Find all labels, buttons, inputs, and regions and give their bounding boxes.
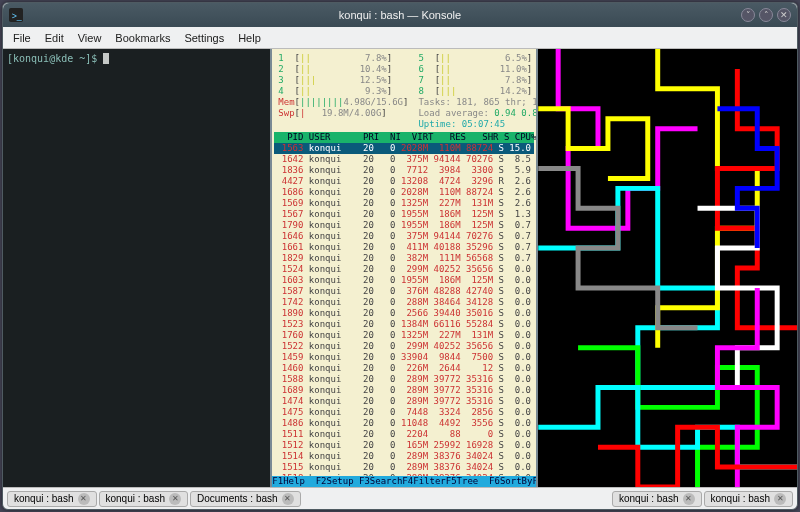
- process-row[interactable]: 1829 konqui 20 0 382M 111M 56568 S 0.7 0…: [274, 253, 533, 264]
- maximize-button[interactable]: ˄: [759, 8, 773, 22]
- tab-close-icon[interactable]: ✕: [169, 493, 181, 505]
- tabstrip-left: konqui : bash✕konqui : bash✕Documents : …: [7, 491, 301, 507]
- titlebar[interactable]: >_ konqui : bash — Konsole ˅ ˄ ✕: [3, 3, 797, 27]
- tab-close-icon[interactable]: ✕: [774, 493, 786, 505]
- konsole-window: >_ konqui : bash — Konsole ˅ ˄ ✕ File Ed…: [2, 2, 798, 510]
- tab-close-icon[interactable]: ✕: [683, 493, 695, 505]
- process-row[interactable]: 1588 konqui 20 0 289M 39772 35316 S 0.0 …: [274, 374, 533, 385]
- tab[interactable]: konqui : bash✕: [704, 491, 794, 507]
- process-row[interactable]: 1836 konqui 20 0 7712 3984 3300 S 5.9 3.…: [274, 165, 533, 176]
- process-row[interactable]: 1563 konqui 20 0 2028M 110M 88724 S 15.0…: [274, 143, 533, 154]
- process-row[interactable]: 1459 konqui 20 0 33904 9844 7500 S 0.0 0…: [274, 352, 533, 363]
- tab-label: konqui : bash: [619, 493, 679, 504]
- tab[interactable]: konqui : bash✕: [99, 491, 189, 507]
- terminal-pane-shell[interactable]: [konqui@kde ~]$: [3, 49, 270, 487]
- shell-prompt: [konqui@kde ~]$: [7, 53, 103, 64]
- process-row[interactable]: 1790 konqui 20 0 1955M 186M 125M S 0.7 1…: [274, 220, 533, 231]
- process-row[interactable]: 1603 konqui 20 0 1955M 186M 125M S 0.0 1…: [274, 275, 533, 286]
- process-row[interactable]: 1686 konqui 20 0 2028M 110M 88724 S 2.6 …: [274, 187, 533, 198]
- svg-text:>_: >_: [12, 11, 22, 21]
- process-row[interactable]: 1511 konqui 20 0 2204 88 0 S 0.0 0.0 0: [274, 429, 533, 440]
- process-row[interactable]: 1646 konqui 20 0 375M 94144 70276 S 0.7 …: [274, 231, 533, 242]
- shell-cursor: [103, 53, 109, 64]
- tab[interactable]: Documents : bash✕: [190, 491, 301, 507]
- tab-label: konqui : bash: [106, 493, 166, 504]
- process-row[interactable]: 1475 konqui 20 0 7448 3324 2856 S 0.0 0.…: [274, 407, 533, 418]
- process-row[interactable]: 1523 konqui 20 0 1384M 66116 55284 S 0.0…: [274, 319, 533, 330]
- process-row[interactable]: 1512 konqui 20 0 165M 25992 16928 S 0.0 …: [274, 440, 533, 451]
- app-icon: >_: [9, 8, 23, 22]
- menu-file[interactable]: File: [13, 32, 31, 44]
- process-row[interactable]: 1587 konqui 20 0 376M 48288 42740 S 0.0 …: [274, 286, 533, 297]
- htop-header: PID USER PRI NI VIRT RES SHR S CPU% MEM%: [274, 132, 533, 143]
- htop-meters: 1 [|| 7.8%]2 [|| 10.4%]3 [||| 12.5%]4 [|…: [274, 51, 533, 132]
- terminal-pane-pipes[interactable]: [536, 49, 797, 487]
- window-title: konqui : bash — Konsole: [339, 9, 461, 21]
- bottombar: konqui : bash✕konqui : bash✕Documents : …: [3, 487, 797, 509]
- tab-label: konqui : bash: [14, 493, 74, 504]
- tab-label: konqui : bash: [711, 493, 771, 504]
- htop-process-list[interactable]: 1563 konqui 20 0 2028M 110M 88724 S 15.0…: [274, 143, 533, 487]
- tab[interactable]: konqui : bash✕: [612, 491, 702, 507]
- process-row[interactable]: 1522 konqui 20 0 299M 40252 35656 S 0.0 …: [274, 341, 533, 352]
- tab[interactable]: konqui : bash✕: [7, 491, 97, 507]
- menu-bookmarks[interactable]: Bookmarks: [115, 32, 170, 44]
- menubar: File Edit View Bookmarks Settings Help: [3, 27, 797, 49]
- process-row[interactable]: 1890 konqui 20 0 2566 39440 35016 S 0.0 …: [274, 308, 533, 319]
- process-row[interactable]: 1569 konqui 20 0 1325M 227M 131M S 2.6 1…: [274, 198, 533, 209]
- terminal-pane-htop[interactable]: 1 [|| 7.8%]2 [|| 10.4%]3 [||| 12.5%]4 [|…: [270, 49, 535, 487]
- tab-close-icon[interactable]: ✕: [282, 493, 294, 505]
- tab-close-icon[interactable]: ✕: [78, 493, 90, 505]
- minimize-button[interactable]: ˅: [741, 8, 755, 22]
- menu-settings[interactable]: Settings: [184, 32, 224, 44]
- process-row[interactable]: 1742 konqui 20 0 288M 38464 34128 S 0.0 …: [274, 297, 533, 308]
- menu-view[interactable]: View: [78, 32, 102, 44]
- process-row[interactable]: 1514 konqui 20 0 289M 38376 34024 S 0.0 …: [274, 451, 533, 462]
- process-row[interactable]: 1524 konqui 20 0 299M 40252 35656 S 0.0 …: [274, 264, 533, 275]
- htop-fkeys[interactable]: F1Help F2Setup F3SearchF4FilterF5Tree F6…: [272, 476, 535, 487]
- process-row[interactable]: 1661 konqui 20 0 411M 40188 35296 S 0.7 …: [274, 242, 533, 253]
- menu-help[interactable]: Help: [238, 32, 261, 44]
- tabstrip-right: konqui : bash✕konqui : bash✕: [612, 491, 793, 507]
- process-row[interactable]: 1515 konqui 20 0 289M 38376 34024 S 0.0 …: [274, 462, 533, 473]
- process-row[interactable]: 1460 konqui 20 0 226M 2644 12 S 0.0 0.0 …: [274, 363, 533, 374]
- process-row[interactable]: 1689 konqui 20 0 289M 39772 35316 S 0.0 …: [274, 385, 533, 396]
- menu-edit[interactable]: Edit: [45, 32, 64, 44]
- tab-label: Documents : bash: [197, 493, 278, 504]
- process-row[interactable]: 1474 konqui 20 0 289M 39772 35316 S 0.0 …: [274, 396, 533, 407]
- close-button[interactable]: ✕: [777, 8, 791, 22]
- process-row[interactable]: 1642 konqui 20 0 375M 94144 70276 S 8.5 …: [274, 154, 533, 165]
- process-row[interactable]: 4427 konqui 20 0 13208 4724 3296 R 2.6 0…: [274, 176, 533, 187]
- process-row[interactable]: 1486 konqui 20 0 11048 4492 3556 S 0.0 0…: [274, 418, 533, 429]
- process-row[interactable]: 1567 konqui 20 0 1955M 186M 125M S 1.3 1…: [274, 209, 533, 220]
- process-row[interactable]: 1760 konqui 20 0 1325M 227M 131M S 0.0 1…: [274, 330, 533, 341]
- pipes-screensaver: [538, 49, 797, 487]
